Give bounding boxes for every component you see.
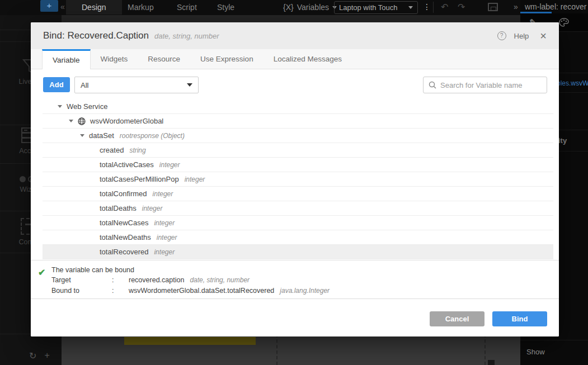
tree-node-label: totalRecovered <box>100 248 148 256</box>
save-icon[interactable] <box>488 3 498 11</box>
caret-down-icon[interactable] <box>69 120 73 122</box>
tree-node-label: totalActiveCases <box>100 160 154 169</box>
top-toolbar: + « Design Markup Script Style {X} Varia… <box>0 0 520 15</box>
variables-label: Variables <box>297 3 329 12</box>
tab-resource[interactable]: Resource <box>138 49 190 69</box>
tree-node-label: totalConfirmed <box>100 189 147 198</box>
tree-node-label: Web Service <box>67 102 107 111</box>
tree-node-type: integer <box>154 248 175 256</box>
cancel-button[interactable]: Cancel <box>430 311 484 326</box>
expand-icon[interactable]: » <box>514 2 518 11</box>
dialog-tabbar: Variable Widgets Resource Use Expression… <box>31 49 559 69</box>
bound-variable-clipped-value: bles.wsvW <box>557 79 588 87</box>
filter-value: All <box>81 81 88 89</box>
selected-widget-label: wm-label: recover <box>525 2 588 11</box>
tab-use-expression[interactable]: Use Expression <box>190 49 264 69</box>
tree-node-label: wsvWordometerGlobal <box>90 117 163 125</box>
target-value: recovered.caption <box>129 276 184 284</box>
variables-menu[interactable]: {X} Variables <box>283 3 337 12</box>
status-message: The variable can be bound <box>51 266 134 274</box>
tab-localized-messages[interactable]: Localized Messages <box>264 49 352 69</box>
show-property-label: Show <box>526 348 545 356</box>
bound-to-value: wsvWordometerGlobal.dataSet.totalRecover… <box>129 287 274 295</box>
bound-to-type: java.lang.Integer <box>280 287 330 295</box>
tree-node-web-service[interactable]: Web Service <box>43 99 553 114</box>
canvas-toolbar-strip <box>62 15 520 23</box>
bind-button[interactable]: Bind <box>492 311 547 326</box>
variable-tree: Web Service wsvWordometerGlobal dataSet … <box>43 99 553 260</box>
search-input[interactable] <box>440 81 542 89</box>
check-icon: ✔ <box>38 267 45 278</box>
device-select[interactable]: Laptop with Touch <box>334 1 418 14</box>
tree-node-type: rootresponse (Object) <box>120 132 185 140</box>
tree-leaf-total-cases-per-million[interactable]: totalCasesPerMillionPop integer <box>43 172 553 187</box>
target-label: Target <box>51 276 112 284</box>
tree-leaf-created[interactable]: created string <box>43 143 553 158</box>
tree-node-type: integer <box>153 190 173 198</box>
bind-status-panel: ✔ The variable can be bound Target : rec… <box>31 260 559 299</box>
kebab-menu-icon[interactable]: ⋮ <box>423 2 431 11</box>
tree-leaf-total-new-cases[interactable]: totalNewCases integer <box>43 216 553 230</box>
caret-down-icon[interactable] <box>80 134 84 137</box>
style-palette-icon[interactable] <box>559 18 569 27</box>
tree-node-label: totalCasesPerMillionPop <box>100 175 179 183</box>
undo-icon[interactable]: ↶ <box>441 2 448 12</box>
dialog-header: Bind: Recovered.Caption date, string, nu… <box>31 22 559 49</box>
section-clipped-label: ity <box>558 136 567 145</box>
tree-node-type: integer <box>142 205 163 212</box>
dialog-subtitle: date, string, number <box>154 32 219 40</box>
add-widget-icon[interactable]: + <box>40 0 58 12</box>
tree-node-type: integer <box>157 234 177 241</box>
variable-filter-select[interactable]: All <box>74 77 199 93</box>
colon: : <box>112 276 129 284</box>
tab-script[interactable]: Script <box>177 0 197 15</box>
tab-design[interactable]: Design <box>66 0 122 15</box>
tab-variable[interactable]: Variable <box>42 49 91 69</box>
tree-leaf-total-recovered[interactable]: totalRecovered integer <box>43 245 553 259</box>
refresh-icon[interactable]: ↻ <box>29 350 36 361</box>
colon: : <box>112 287 129 295</box>
chevron-down-icon <box>408 6 413 9</box>
app-stage: + « Design Markup Script Style {X} Varia… <box>0 0 588 365</box>
tree-leaf-total-active-cases[interactable]: totalActiveCases integer <box>43 158 553 172</box>
tree-node-type: integer <box>159 161 180 169</box>
device-select-value: Laptop with Touch <box>339 2 398 13</box>
dialog-footer: Cancel Bind <box>31 299 559 336</box>
add-button[interactable]: Add <box>43 77 70 92</box>
tree-node-label: totalDeaths <box>100 204 137 212</box>
tree-leaf-total-deaths[interactable]: totalDeaths integer <box>43 201 553 216</box>
close-icon[interactable]: × <box>540 31 547 40</box>
chevron-down-icon <box>187 83 192 87</box>
help-icon[interactable]: ? <box>497 31 506 40</box>
collapse-icon[interactable]: « <box>60 2 65 11</box>
redo-icon[interactable]: ↷ <box>458 2 465 12</box>
tree-node-label: totalNewDeaths <box>100 233 151 241</box>
tab-style[interactable]: Style <box>217 0 234 15</box>
search-icon <box>429 81 436 89</box>
tree-node-type: integer <box>185 176 205 183</box>
tab-markup[interactable]: Markup <box>128 0 154 15</box>
bound-to-label: Bound to <box>51 287 112 295</box>
caret-down-icon[interactable] <box>58 105 62 108</box>
resize-handle[interactable] <box>488 360 495 365</box>
tab-widgets[interactable]: Widgets <box>91 49 138 69</box>
search-box <box>423 77 547 93</box>
globe-icon <box>78 117 86 125</box>
bind-dialog: Bind: Recovered.Caption date, string, nu… <box>31 22 559 336</box>
tree-node-type: string <box>129 146 145 154</box>
target-type: date, string, number <box>190 276 250 284</box>
tree-node-label: totalNewCases <box>100 219 148 227</box>
help-link[interactable]: Help <box>514 32 529 40</box>
tree-leaf-total-new-deaths[interactable]: totalNewDeaths integer <box>43 230 553 245</box>
tree-node-service[interactable]: wsvWordometerGlobal <box>43 114 553 129</box>
tree-node-label: created <box>100 146 124 154</box>
tree-node-label: dataSet <box>89 131 114 140</box>
dialog-title: Bind: Recovered.Caption <box>43 30 149 41</box>
variables-icon: {X} <box>283 3 294 12</box>
tree-node-dataset[interactable]: dataSet rootresponse (Object) <box>43 129 553 143</box>
divider <box>433 2 434 13</box>
tree-node-type: integer <box>154 219 175 227</box>
canvas-button-widget[interactable] <box>124 337 256 345</box>
add-icon[interactable]: + <box>44 350 49 361</box>
tree-leaf-total-confirmed[interactable]: totalConfirmed integer <box>43 187 553 201</box>
